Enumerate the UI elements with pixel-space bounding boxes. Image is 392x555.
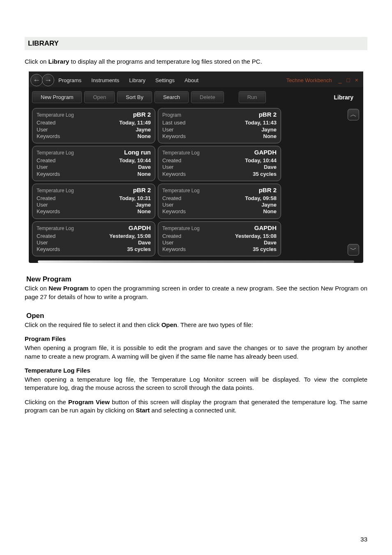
- cards-col-right: Program pBR 2 Last usedToday, 11:43 User…: [158, 108, 281, 256]
- card-row-value: Dave: [138, 164, 151, 170]
- card-row-label: Keywords: [162, 208, 186, 215]
- tab-programs[interactable]: Programs: [58, 77, 81, 83]
- program-files-heading: Program Files: [25, 335, 367, 343]
- card-type: Temperature Log: [37, 112, 74, 118]
- op-bold: Open: [161, 321, 177, 328]
- tl2-b2: Start: [136, 407, 150, 414]
- scroll-down-icon[interactable]: ﹀: [348, 244, 359, 256]
- tl2-b1: Program View: [68, 398, 110, 405]
- window-topbar: ← → Programs Instruments Library Setting…: [29, 71, 363, 87]
- card-row-value: Today, 10:31: [119, 195, 151, 202]
- card-row-value: Today, 09:58: [245, 195, 277, 202]
- card-row-label: Keywords: [37, 133, 60, 140]
- np-bold: New Program: [48, 285, 88, 292]
- card-row-value: None: [263, 208, 277, 215]
- card-row-label: Last used: [162, 120, 185, 126]
- file-card[interactable]: Temperature Log pBR 2 CreatedToday, 09:5…: [158, 184, 281, 219]
- card-row-label: User: [162, 127, 173, 133]
- top-tabs: Programs Instruments Library Settings Ab…: [58, 77, 198, 83]
- toolbar: New Program Open Sort By Search Delete R…: [29, 87, 363, 108]
- card-name: pBR 2: [133, 111, 151, 118]
- file-card[interactable]: Program pBR 2 Last usedToday, 11:43 User…: [158, 108, 281, 143]
- scroll-up-icon[interactable]: ︿: [348, 109, 359, 120]
- card-type: Temperature Log: [162, 150, 200, 156]
- card-row-label: User: [162, 164, 173, 170]
- card-row-value: None: [138, 208, 151, 215]
- delete-button[interactable]: Delete: [191, 91, 224, 103]
- library-label[interactable]: Library: [330, 92, 357, 103]
- intro-text: Click on Library to display all the prog…: [25, 58, 367, 66]
- card-row-value: Jayne: [261, 202, 277, 208]
- card-row-label: Created: [37, 233, 55, 240]
- tab-settings[interactable]: Settings: [155, 77, 175, 83]
- card-name: pBR 2: [259, 187, 277, 193]
- card-row-label: User: [37, 202, 48, 208]
- card-row-value: 35 cycles: [253, 171, 277, 177]
- tab-library[interactable]: Library: [129, 77, 145, 83]
- card-row-label: User: [37, 240, 48, 246]
- card-row-value: Today, 10:44: [245, 157, 277, 164]
- card-row-value: Dave: [264, 164, 277, 170]
- card-row-value: Jayne: [136, 127, 151, 133]
- op-post: . There are two types of file:: [177, 321, 253, 328]
- temp-log-heading: Temperature Log Files: [25, 366, 367, 375]
- program-files-text: When opening a program file, it is possi…: [25, 344, 367, 361]
- card-row-value: Yesterday, 15:08: [235, 233, 277, 240]
- back-icon[interactable]: ←: [30, 74, 43, 86]
- nav-arrows[interactable]: ← →: [30, 74, 53, 86]
- card-type: Temperature Log: [37, 226, 74, 231]
- section-title: LIBRARY: [28, 39, 364, 48]
- pf-h: Program Files: [25, 335, 66, 342]
- card-row-label: Keywords: [37, 171, 60, 177]
- file-card[interactable]: Temperature Log GAPDH CreatedYesterday, …: [158, 221, 281, 257]
- card-type: Temperature Log: [162, 226, 200, 231]
- run-button[interactable]: Run: [239, 91, 266, 103]
- card-type: Temperature Log: [162, 188, 200, 193]
- file-card[interactable]: Temperature Log pBR 2 CreatedToday, 10:3…: [32, 184, 155, 219]
- card-row-value: Today, 11:49: [119, 120, 151, 126]
- card-row-label: User: [37, 127, 48, 133]
- card-name: GAPDH: [254, 224, 277, 231]
- tab-about[interactable]: About: [184, 77, 198, 83]
- horizontal-scrollbar[interactable]: [38, 260, 354, 263]
- card-row-value: Yesterday, 15:08: [109, 233, 151, 240]
- card-row-value: Dave: [264, 240, 277, 246]
- search-button[interactable]: Search: [154, 91, 189, 103]
- window-controls[interactable]: _ □ ×: [339, 77, 360, 83]
- sort-by-button[interactable]: Sort By: [117, 91, 152, 103]
- card-row-value: None: [138, 133, 151, 140]
- card-row-value: None: [263, 133, 277, 140]
- file-card[interactable]: Temperature Log GAPDH CreatedYesterday, …: [32, 221, 155, 257]
- card-row-label: Created: [37, 157, 55, 164]
- card-type: Temperature Log: [37, 150, 74, 156]
- card-row-label: Keywords: [37, 246, 60, 253]
- card-name: pBR 2: [133, 187, 151, 193]
- cards-col-left: Temperature Log pBR 2 CreatedToday, 11:4…: [32, 108, 155, 256]
- forward-icon[interactable]: →: [42, 74, 54, 86]
- card-name: GAPDH: [129, 224, 151, 231]
- scrollbar[interactable]: ︿ ﹀: [345, 108, 360, 256]
- card-row-value: Jayne: [136, 202, 151, 208]
- card-row-label: User: [162, 202, 173, 208]
- tab-instruments[interactable]: Instruments: [91, 77, 119, 83]
- card-row-label: Created: [162, 195, 181, 202]
- card-row-value: 35 cycles: [127, 246, 151, 253]
- app-title: Techne Workbench: [286, 77, 332, 83]
- card-name: pBR 2: [259, 111, 277, 118]
- card-row-value: Today, 11:43: [245, 120, 277, 126]
- section-header: LIBRARY: [25, 37, 367, 50]
- open-text: Click on the required file to select it …: [25, 321, 367, 329]
- card-type: Temperature Log: [37, 188, 74, 193]
- file-card[interactable]: Temperature Log Long run CreatedToday, 1…: [32, 146, 155, 181]
- file-card[interactable]: Temperature Log GAPDH CreatedToday, 10:4…: [158, 146, 281, 181]
- card-row-label: Keywords: [162, 246, 186, 253]
- library-window: ← → Programs Instruments Library Setting…: [29, 71, 363, 263]
- card-row-value: Today, 10:44: [119, 157, 151, 164]
- file-card[interactable]: Temperature Log pBR 2 CreatedToday, 11:4…: [32, 108, 155, 143]
- open-button[interactable]: Open: [84, 91, 115, 103]
- tl2-post: and selecting a connected unit.: [150, 407, 236, 414]
- card-row-value: None: [138, 171, 151, 177]
- card-row-label: User: [37, 164, 48, 170]
- card-row-label: Created: [37, 195, 55, 202]
- new-program-button[interactable]: New Program: [32, 91, 82, 103]
